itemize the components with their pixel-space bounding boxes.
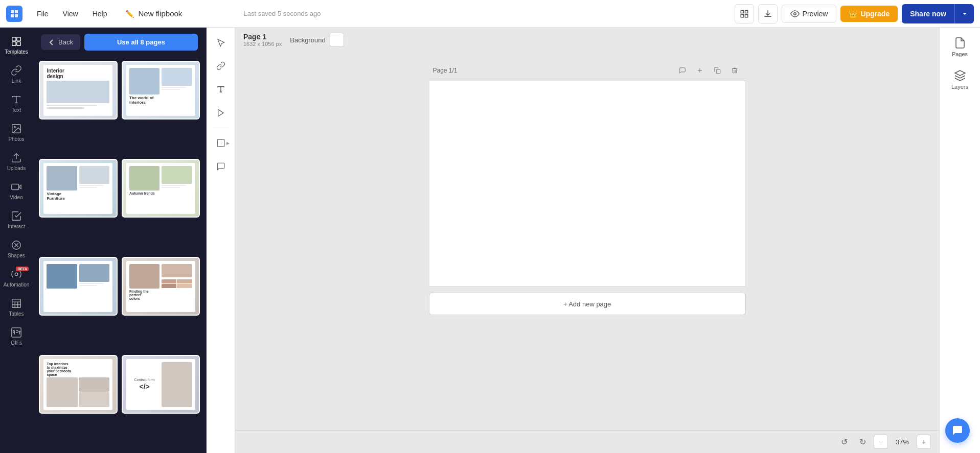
back-button[interactable]: Back	[41, 34, 80, 50]
topbar-actions: Preview 👑 Upgrade Share now	[735, 4, 974, 23]
sidebar-label-gifs: GIFs	[11, 340, 22, 346]
canvas-area: Page 1 1632 x 1056 px Background Page 1/…	[235, 28, 939, 453]
topbar-nav: File View Help	[31, 7, 113, 21]
right-panel-pages[interactable]: Pages	[942, 32, 978, 62]
use-all-pages-button[interactable]: Use all 8 pages	[84, 34, 198, 51]
sidebar-item-tables[interactable]: Tables	[2, 294, 31, 321]
right-panel-layers[interactable]: Layers	[942, 64, 978, 95]
background-section: Background	[290, 33, 344, 47]
chat-support-button[interactable]	[945, 418, 970, 443]
back-label: Back	[58, 38, 73, 46]
shape-tool[interactable]: ▶	[210, 132, 232, 154]
template-panel-header: Back Use all 8 pages	[33, 28, 206, 57]
autosave-status: Last saved 5 seconds ago	[243, 10, 321, 17]
template-panel: Back Use all 8 pages Interiordesign	[33, 28, 207, 453]
share-label: Share now	[910, 10, 946, 18]
sidebar-label-automation: Automation	[4, 282, 30, 288]
sidebar-label-link: Link	[12, 78, 21, 84]
svg-rect-15	[12, 299, 21, 308]
svg-rect-12	[12, 184, 19, 190]
sidebar-item-uploads[interactable]: Uploads	[2, 148, 31, 175]
add-page-button[interactable]: + Add new page	[429, 293, 746, 315]
preview-button[interactable]: Preview	[782, 5, 837, 23]
svg-rect-27	[716, 69, 720, 74]
upgrade-button[interactable]: 👑 Upgrade	[840, 6, 898, 22]
svg-marker-23	[218, 109, 223, 116]
svg-point-10	[14, 126, 15, 128]
sidebar-item-link[interactable]: Link	[2, 61, 31, 88]
topbar: File View Help ✏️ Last saved 5 seconds a…	[0, 0, 980, 28]
logo-button[interactable]	[6, 6, 22, 22]
page-comment-button[interactable]	[675, 63, 690, 78]
sidebar-item-gifs[interactable]: GIFs	[2, 323, 31, 350]
sidebar-item-video[interactable]: Video	[2, 177, 31, 204]
sidebar-item-automation[interactable]: Automation BETA	[2, 265, 31, 292]
canvas-topbar: Page 1 1632 x 1056 px Background	[235, 28, 939, 52]
page-delete-button[interactable]	[727, 63, 742, 78]
template-thumb-5[interactable]	[39, 257, 118, 316]
template-thumb-2[interactable]: The world of interiors	[122, 61, 200, 120]
sidebar-item-text[interactable]: Text	[2, 90, 31, 117]
page-name: Page 1	[243, 33, 282, 41]
page-action-buttons	[675, 63, 742, 78]
link-tool[interactable]	[210, 55, 232, 77]
share-group: Share now	[902, 4, 974, 23]
background-color-swatch[interactable]	[330, 33, 344, 47]
right-panel-pages-label: Pages	[952, 51, 968, 57]
template-thumb-4[interactable]: Autumn trends	[122, 159, 200, 218]
add-page-label: + Add new page	[563, 300, 611, 308]
menu-help[interactable]: Help	[86, 7, 113, 21]
svg-point-14	[15, 273, 18, 276]
share-dropdown-button[interactable]	[954, 4, 974, 23]
svg-point-21	[19, 331, 20, 332]
preview-label: Preview	[803, 10, 828, 18]
page-duplicate-button[interactable]	[710, 63, 724, 78]
media-tool[interactable]	[210, 102, 232, 124]
svg-rect-8	[17, 42, 20, 45]
text-tool[interactable]	[210, 79, 232, 100]
undo-button[interactable]: ↺	[837, 435, 851, 449]
zoom-in-button[interactable]: +	[917, 435, 931, 449]
zoom-level-display: 37%	[892, 438, 913, 446]
svg-rect-24	[217, 139, 224, 147]
download-button[interactable]	[758, 4, 778, 23]
beta-badge: BETA	[16, 267, 29, 271]
document-title-input[interactable]	[138, 9, 235, 18]
share-button[interactable]: Share now	[902, 4, 954, 23]
svg-marker-28	[955, 70, 965, 76]
page-header-bar: Page 1/1	[429, 60, 746, 81]
select-tool[interactable]	[210, 32, 232, 53]
template-thumb-8[interactable]: Contact form </>	[122, 355, 200, 414]
comment-tool[interactable]	[210, 156, 232, 177]
canvas-scroll-area[interactable]: Page 1/1	[235, 52, 939, 430]
upgrade-label: Upgrade	[860, 10, 890, 18]
template-thumb-7[interactable]: Top interiorsto maximizeyour bedroomspac…	[39, 355, 118, 414]
zoom-out-button[interactable]: −	[874, 435, 888, 449]
svg-rect-6	[17, 37, 20, 41]
shape-tool-arrow: ▶	[226, 141, 230, 146]
template-thumb-3[interactable]: VintageFurniture	[39, 159, 118, 218]
menu-file[interactable]: File	[31, 7, 55, 21]
sidebar-label-uploads: Uploads	[7, 165, 26, 171]
page-add-button[interactable]	[693, 63, 707, 78]
sidebar-label-shapes: Shapes	[8, 253, 25, 258]
sidebar-item-interact[interactable]: Interact	[2, 206, 31, 233]
page-info: Page 1 1632 x 1056 px	[243, 33, 282, 47]
page-canvas[interactable]	[429, 81, 746, 287]
redo-button[interactable]: ↻	[855, 435, 870, 449]
sidebar-item-photos[interactable]: Photos	[2, 119, 31, 146]
template-thumb-1[interactable]: Interiordesign	[39, 61, 118, 120]
menu-view[interactable]: View	[57, 7, 84, 21]
page-wrapper: Page 1/1	[429, 60, 746, 287]
svg-rect-3	[741, 14, 743, 17]
template-thumb-6[interactable]: Finding theperfectcolors	[122, 257, 200, 316]
background-label: Background	[290, 36, 325, 44]
settings-button[interactable]	[735, 4, 754, 23]
svg-rect-0	[741, 10, 743, 13]
sidebar-item-templates[interactable]: Templates	[2, 32, 31, 59]
title-area: ✏️ Last saved 5 seconds ago	[125, 9, 730, 18]
sidebar-item-shapes[interactable]: Shapes	[2, 235, 31, 263]
tool-divider	[213, 128, 229, 128]
right-sidebar: Pages Layers	[939, 28, 980, 453]
sidebar-label-interact: Interact	[8, 224, 25, 229]
